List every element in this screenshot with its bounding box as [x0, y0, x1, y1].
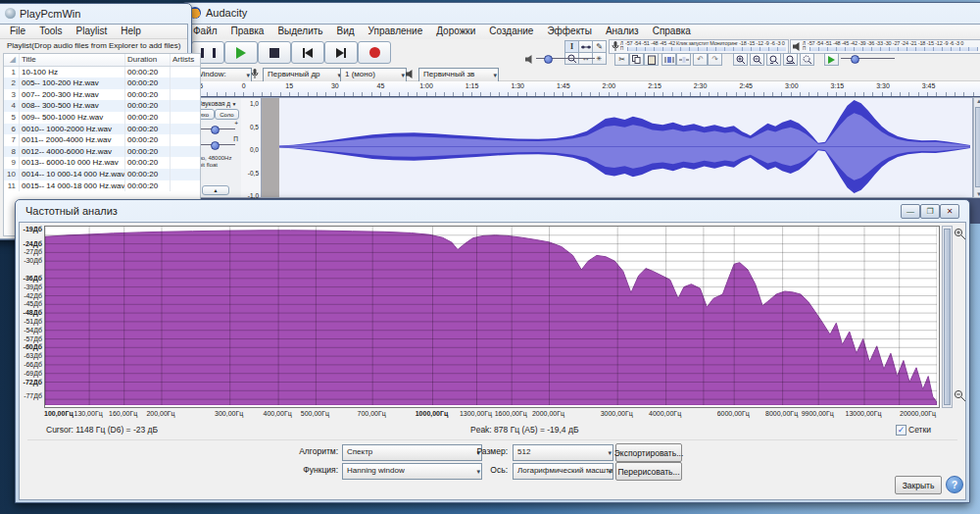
column-duration[interactable]: Duration	[125, 54, 171, 66]
audacity-window: Audacity ФайлПравкаВыделитьВидУправление…	[181, 2, 980, 204]
grids-checkbox[interactable]: ✓	[896, 425, 906, 436]
output-volume-slider[interactable]	[536, 54, 595, 63]
menu-item[interactable]: Управление	[362, 25, 430, 37]
undo-button[interactable]: ↶	[693, 53, 708, 66]
help-button[interactable]: ?	[946, 476, 963, 493]
silence-audio-button[interactable]	[676, 53, 691, 66]
zoom-toggle-icon	[803, 55, 812, 65]
scroll-up-icon[interactable]: ▲	[976, 98, 980, 104]
zoom-in-button[interactable]	[733, 53, 748, 66]
window-title: PlayPcmWin	[20, 8, 80, 20]
row-number: 11	[4, 180, 20, 192]
list-item[interactable]: 110015-- 14 000-18 000 Hz.wav00:00:20	[4, 180, 200, 192]
audacity-titlebar[interactable]: Audacity	[182, 3, 980, 23]
fit-project-button[interactable]	[783, 53, 798, 66]
audio-clip[interactable]	[279, 97, 973, 198]
zoom-out-button[interactable]	[750, 53, 764, 66]
row-number: 4	[4, 100, 20, 112]
play-device-speaker-icon	[406, 70, 415, 78]
scroll-down-icon[interactable]: ▼	[976, 191, 980, 197]
row-duration: 00:00:20	[125, 134, 171, 146]
menu-item[interactable]: Правка	[224, 25, 271, 37]
list-item[interactable]: 110-100 Hz00:00:20	[4, 67, 200, 78]
list-item[interactable]: 5009-- 500-1000 Hz.wav00:00:20	[4, 112, 200, 124]
menu-item[interactable]: Выделить	[270, 25, 329, 37]
spectrum-scrollbar[interactable]	[942, 226, 953, 408]
list-item[interactable]: 3007-- 200-300 Hz.wav00:00:20	[4, 89, 200, 101]
list-item[interactable]: 4008-- 300-500 Hz.wav00:00:20	[4, 100, 200, 112]
list-item[interactable]: 80012-- 4000-6000 Hz.wav00:00:20	[4, 146, 200, 158]
x-tick-label: 130,00Гц	[74, 410, 102, 417]
axis-select[interactable]: Логарифмический масштаб▾	[513, 463, 613, 480]
menu-item[interactable]: Playlist	[69, 25, 114, 37]
spectrum-plot[interactable]	[45, 227, 937, 405]
solo-button[interactable]: Соло	[215, 109, 239, 120]
track-collapse-button[interactable]: ▲	[202, 185, 229, 195]
paste-button[interactable]	[644, 53, 659, 66]
playback-meter[interactable]: Л П -57 -54 -51 -48 -45 -42 -39 -36 -33 …	[790, 39, 980, 54]
copy-button[interactable]	[629, 53, 644, 66]
track-name-menu[interactable]: Звуковая д ▼	[198, 100, 236, 107]
playpcmwin-titlebar[interactable]: PlayPcmWin	[0, 4, 191, 24]
cursor-readout: Cursor: 1148 Гц (D6) = -23 дБ	[46, 425, 158, 435]
row-title: 0012-- 4000-6000 Hz.wav	[20, 146, 125, 158]
fit-selection-button[interactable]	[766, 53, 781, 66]
menu-item[interactable]: Справка	[646, 25, 698, 37]
recording-device-select[interactable]: Первичный др▾	[263, 68, 343, 82]
menu-item[interactable]: Создание	[482, 25, 540, 37]
column-artists[interactable]: Artists	[171, 54, 201, 66]
waveform[interactable]	[279, 98, 970, 195]
x-tick-label: 500,00Гц	[301, 410, 329, 417]
playlist-header[interactable]: ◢ Title Duration Artists	[4, 54, 200, 67]
play-at-speed-button[interactable]	[824, 53, 839, 66]
cut-button[interactable]: ✂	[614, 53, 629, 66]
list-item[interactable]: 100014-- 10 000-14 000 Hz.wav00:00:20	[4, 169, 200, 180]
track-scrollbar-vertical[interactable]: ▲ ▼	[973, 97, 980, 198]
row-duration: 00:00:20	[125, 67, 171, 78]
trim-audio-button[interactable]	[662, 53, 676, 66]
record-button[interactable]	[358, 41, 391, 64]
recording-channels-select[interactable]: 1 (моно)▾	[340, 68, 407, 82]
zoom-in-axis-button[interactable]	[954, 228, 966, 240]
timeline-tick-label: 3:45	[922, 82, 936, 89]
menu-item[interactable]: Эффекты	[540, 25, 598, 37]
minimize-button[interactable]: —	[901, 204, 920, 219]
menu-item[interactable]: Анализ	[599, 25, 646, 37]
column-title[interactable]: Title	[20, 54, 125, 66]
play-button[interactable]	[224, 41, 258, 64]
playback-speed-slider[interactable]	[841, 54, 895, 63]
menu-item[interactable]: Help	[114, 25, 148, 37]
list-item[interactable]: 2005-- 100-200 Hz.wav00:00:20	[4, 77, 200, 89]
playback-device-select[interactable]: Первичный зв▾	[418, 68, 499, 82]
menu-item[interactable]: File	[3, 25, 32, 37]
pause-icon	[201, 48, 216, 58]
menu-item[interactable]: Дорожки	[429, 25, 482, 37]
timeline-ruler[interactable]: -1501530451:001:151:301:452:002:152:302:…	[186, 81, 980, 97]
list-item[interactable]: 60010-- 1000-2000 Hz.wav00:00:20	[4, 124, 200, 135]
scissors-icon: ✂	[618, 55, 625, 64]
playback-meter-scale: -57 -54 -51 -48 -45 -42 -39 -36 -33 -30 …	[808, 40, 980, 47]
close-dialog-button[interactable]: Закрыть	[895, 476, 942, 494]
spectrum-plot-frame	[44, 226, 940, 408]
menu-item[interactable]: Вид	[330, 25, 362, 37]
replot-button[interactable]: Перерисовать...	[615, 462, 682, 481]
freq-titlebar[interactable]: Частотный анализ — ❐ ✕	[16, 200, 969, 220]
list-item[interactable]: 70011-- 2000-4000 Hz.wav00:00:20	[4, 134, 200, 146]
close-button[interactable]: ✕	[940, 204, 959, 219]
zoom-out-axis-button[interactable]	[954, 389, 966, 402]
recording-meter[interactable]: Л П -57 -54 -51 -48 -45 -42 Клик запусти…	[609, 39, 789, 54]
export-button[interactable]: Экспортировать...	[615, 443, 682, 462]
y-tick-label: -69Дб	[24, 369, 42, 376]
x-tick-label: 6000,00Гц	[717, 410, 750, 417]
size-select[interactable]: 512▾	[513, 444, 613, 461]
list-item[interactable]: 90013-- 6000-10 000 Hz.wav00:00:20	[4, 157, 200, 169]
menu-item[interactable]: Tools	[32, 25, 69, 37]
stop-button[interactable]	[258, 41, 291, 64]
track-vertical-ruler[interactable]: 1,00,50,0-0,5-1,0	[241, 97, 262, 198]
skip-start-button[interactable]	[291, 41, 324, 64]
zoom-toggle-button[interactable]	[800, 53, 814, 66]
redo-button[interactable]: ↷	[708, 53, 722, 66]
skip-end-button[interactable]	[324, 41, 358, 64]
maximize-button[interactable]: ❐	[920, 204, 940, 219]
y-tick-label: -45Дб	[24, 300, 42, 307]
